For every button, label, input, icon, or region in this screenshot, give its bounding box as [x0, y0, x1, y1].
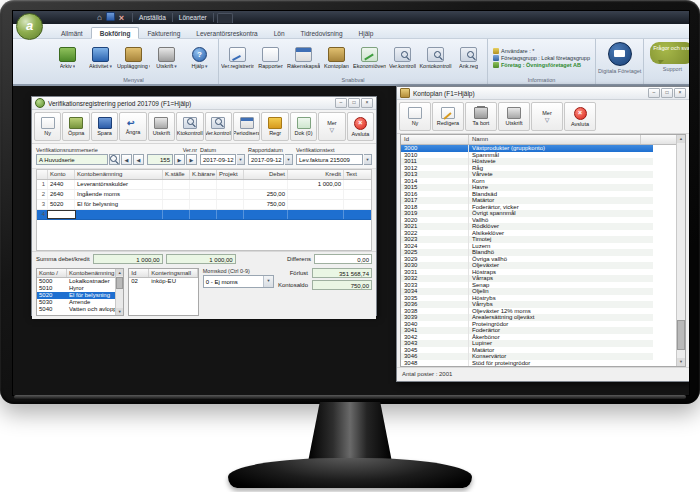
save-icon[interactable] — [106, 12, 115, 24]
journal-grid-row[interactable]: 4 — [37, 210, 371, 220]
support-bubble[interactable]: Frågor och svar — [650, 42, 690, 64]
search-button[interactable] — [109, 154, 120, 165]
titlebar-tab-lonearter[interactable]: Lönearter — [173, 13, 214, 22]
rapportdatum-input[interactable]: 2017-09-12 — [248, 154, 284, 165]
scroll-down-icon[interactable]: ▼ — [677, 358, 685, 366]
dok-button[interactable]: Dok (0) — [290, 112, 317, 141]
kontoplan-button[interactable]: Kontoplan — [320, 47, 353, 69]
prev-button[interactable]: ◀ — [133, 154, 144, 165]
ribbon-tab-tidredovisning[interactable]: Tidredovisning — [293, 28, 351, 38]
rapportdatum-dropdown-icon[interactable]: ▼ — [285, 154, 293, 165]
momskod-field: Momskod (Ctrl 0-9) 0 - Ej moms ▼ — [203, 268, 274, 288]
user-info: Användare : * — [493, 48, 590, 54]
kontoplan-scrollbar[interactable]: ▲ ▼ — [676, 135, 685, 366]
ny-button[interactable]: Ny — [399, 102, 431, 131]
ver-registrering-button[interactable]: Ver.registrering — [221, 47, 254, 69]
home-icon[interactable]: ⌂ — [97, 13, 102, 23]
first-button[interactable]: ◀ — [121, 154, 132, 165]
maximize-button[interactable]: □ — [661, 88, 673, 98]
ribbon-tab-fakturering[interactable]: Fakturering — [139, 28, 188, 38]
scrollbar-thumb[interactable] — [116, 277, 123, 289]
avsluta-button[interactable]: ×Avsluta — [564, 102, 596, 131]
scroll-up-icon[interactable]: ▲ — [677, 135, 685, 143]
angra-button[interactable]: ↩Ångra — [119, 112, 146, 141]
pen-document-icon — [229, 47, 246, 62]
ribbon-tab-bokforing[interactable]: Bokföring — [91, 27, 140, 39]
ribbon: Arkiv Aktivitet Uppläggning Utskrift ?Hj… — [13, 39, 689, 86]
account-list-item[interactable]: 5000 Lokalkostnader — [37, 278, 116, 285]
undo-icon: ↩ — [127, 118, 139, 128]
periodisera-button[interactable]: Periodisera — [233, 112, 260, 141]
account-list-item[interactable]: 5020 El för belysning — [37, 292, 116, 299]
journal-grid-row[interactable]: 1 2440 Leverantörsskulder 1 000,00 — [37, 180, 371, 190]
account-list-item[interactable]: 5030 Arrende — [37, 299, 116, 306]
close-icon[interactable]: × — [119, 13, 124, 23]
kontokontroll-button[interactable]: Kontokontroll — [419, 47, 452, 69]
kontoplan-titlebar[interactable]: Kontoplan (F1=Hjälp) – □ × — [397, 87, 689, 100]
vertext-dropdown-icon[interactable]: ▼ — [364, 154, 372, 165]
oppna-button[interactable]: Öppna — [62, 112, 89, 141]
next-button[interactable]: ▶ — [174, 154, 185, 165]
datum-input[interactable]: 2017-09-12 — [200, 154, 236, 165]
mer-button[interactable]: Mer▽ — [318, 112, 345, 141]
scrollbar-thumb[interactable] — [677, 320, 685, 350]
vernr-input[interactable]: 155 — [147, 154, 173, 165]
ver-kontroll-button[interactable]: Ver.kontroll — [205, 112, 232, 141]
new-document-icon — [41, 117, 55, 129]
minimize-button[interactable]: – — [648, 88, 660, 98]
utskrift-button[interactable]: Utskrift — [148, 112, 175, 141]
momskod-select[interactable]: 0 - Ej moms ▼ — [203, 275, 274, 288]
scroll-down-icon[interactable]: ▼ — [116, 308, 123, 315]
kontosaldo-value: 750,00 — [312, 280, 372, 290]
vertext-input[interactable]: Lev.faktura 215009 — [296, 154, 363, 165]
ribbon-tab-leverantorsreskontra[interactable]: Leverantörsreskontra — [188, 28, 265, 38]
account-list-item[interactable]: 5010 Hyror — [37, 285, 116, 292]
ver-kontroll-button[interactable]: Ver.kontroll — [386, 47, 419, 69]
datum-dropdown-icon[interactable]: ▼ — [237, 154, 245, 165]
redigera-button[interactable]: Redigera — [432, 102, 464, 131]
rakenskapsar-button[interactable]: Räkenskapsår — [287, 47, 320, 69]
close-button[interactable]: × — [674, 88, 686, 98]
close-button[interactable]: × — [361, 98, 373, 108]
maximize-button[interactable]: □ — [348, 98, 360, 108]
account-list-item[interactable]: 5040 Vatten och avlopp — [37, 306, 116, 313]
ta-bort-button[interactable]: Ta bort — [465, 102, 497, 131]
template-list-item[interactable]: 02 inköp-EU — [129, 278, 197, 285]
titlebar-tab-anstallda[interactable]: Anställda — [132, 13, 173, 22]
differens-value: 0,00 — [314, 254, 372, 264]
ank-reg-button[interactable]: Ank.reg — [452, 47, 485, 69]
titlebar-tab-new[interactable] — [217, 13, 233, 23]
ribbon-tab-allmant[interactable]: Allmänt — [53, 28, 91, 38]
upplaggning-button[interactable]: Uppläggning — [117, 47, 150, 69]
mer-button[interactable]: Mer▽ — [531, 102, 563, 131]
regr-button[interactable]: Regr — [261, 112, 288, 141]
account-list-header[interactable]: Konto / Kontobenämning — [37, 269, 123, 278]
report-icon — [262, 47, 279, 62]
ny-button[interactable]: Ny — [34, 112, 61, 141]
spara-button[interactable]: Spara — [91, 112, 118, 141]
arkiv-button[interactable]: Arkiv — [51, 47, 84, 69]
digitala-foretaget-icon[interactable] — [608, 42, 632, 66]
hjalp-button[interactable]: ?Hjälp — [183, 47, 216, 69]
template-list-header[interactable]: Id Konteringsmall — [129, 269, 197, 278]
ribbon-tab-lon[interactable]: Lön — [266, 28, 293, 38]
rapporter-button[interactable]: Rapporter — [254, 47, 287, 69]
ribbon-tab-hjalp[interactable]: Hjälp — [351, 28, 382, 38]
ktokontroll-button[interactable]: Ktokontroll — [176, 112, 203, 141]
journal-grid-row[interactable]: 3 5020 El för belysning 750,00 — [37, 200, 371, 210]
verifikation-titlebar[interactable]: Verifikationsregistrering period 201709 … — [32, 97, 376, 110]
utskrift-button[interactable]: Utskrift — [498, 102, 530, 131]
aktivitet-button[interactable]: Aktivitet — [84, 47, 117, 69]
avsluta-button[interactable]: ×Avsluta — [347, 112, 374, 141]
utskrift-button[interactable]: Utskrift — [150, 47, 183, 69]
scroll-up-icon[interactable]: ▲ — [116, 269, 123, 276]
journal-grid-row[interactable]: 2 2640 Ingående moms 250,00 — [37, 190, 371, 200]
app-logo[interactable]: a — [16, 13, 43, 40]
serie-input[interactable]: A Huvudserie — [36, 154, 108, 165]
ekonomioversikt-button[interactable]: Ekonomiöversikt — [353, 47, 386, 69]
account-list-scrollbar[interactable]: ▲ ▼ — [115, 269, 123, 315]
minimize-button[interactable]: – — [335, 98, 347, 108]
kontoplan-list-header[interactable]: Id Namn — [401, 135, 677, 145]
kontoplan-list-item[interactable]: 3050 Potatis — [401, 366, 653, 367]
last-button[interactable]: ▶ — [186, 154, 197, 165]
